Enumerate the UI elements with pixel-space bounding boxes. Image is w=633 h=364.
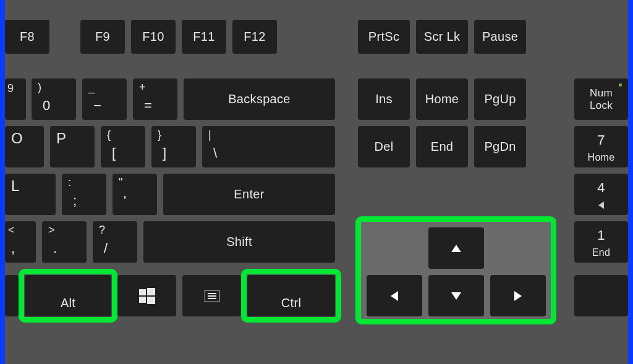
key-label: ; — [73, 193, 77, 209]
arrow-up-icon — [451, 245, 461, 252]
numpad-1-key[interactable]: 1 End — [574, 221, 628, 263]
numlock-indicator-icon — [619, 83, 622, 87]
lbracket-key[interactable]: { [ — [101, 126, 145, 167]
key-label-sup: } — [158, 129, 161, 142]
nine-key[interactable]: 9 — [5, 78, 26, 120]
unknown-left-key[interactable] — [5, 275, 19, 316]
minus-key[interactable]: _ − — [82, 78, 127, 120]
slash-key[interactable]: ? / — [93, 221, 137, 263]
key-label: L — [11, 177, 20, 195]
key-sublabel: Home — [574, 152, 628, 163]
alt-key[interactable]: Alt — [25, 275, 111, 316]
arrow-left-icon — [391, 291, 398, 301]
prtsc-key[interactable]: PrtSc — [358, 20, 410, 54]
key-label: 1 — [574, 227, 628, 243]
delete-key[interactable]: Del — [358, 126, 410, 167]
key-label-sup: { — [107, 129, 111, 142]
key-label-sup: + — [139, 81, 146, 94]
key-label: \ — [213, 145, 217, 161]
o-key[interactable]: O — [5, 126, 44, 167]
pgup-key[interactable]: PgUp — [474, 78, 526, 120]
l-key[interactable]: L — [5, 174, 56, 215]
zero-key[interactable]: ) 0 — [32, 78, 76, 120]
equals-key[interactable]: + = — [133, 78, 177, 120]
arrow-right-icon — [514, 291, 522, 301]
f11-key[interactable]: F11 — [182, 20, 226, 54]
pgdn-key[interactable]: PgDn — [474, 126, 526, 167]
svg-rect-2 — [139, 297, 146, 303]
key-label: / — [104, 240, 108, 256]
key-label: O — [11, 130, 23, 147]
shift-key[interactable]: Shift — [143, 221, 335, 263]
key-label-sup: < — [8, 224, 15, 237]
key-label-sup: > — [48, 224, 55, 237]
quote-key[interactable]: " ' — [113, 174, 157, 215]
key-label: P — [56, 130, 66, 147]
home-key[interactable]: Home — [416, 78, 468, 120]
menu-icon — [205, 290, 219, 302]
ctrl-key[interactable]: Ctrl — [247, 275, 335, 316]
key-label: 0 — [43, 98, 51, 114]
f9-key[interactable]: F9 — [80, 20, 125, 54]
key-label-sup: _ — [88, 81, 95, 94]
p-key[interactable]: P — [50, 126, 95, 167]
arrow-down-key[interactable] — [428, 275, 484, 316]
key-label: 9 — [7, 82, 14, 95]
numpad-7-key[interactable]: 7 Home — [574, 126, 628, 167]
key-label-sup: ? — [99, 224, 105, 237]
key-label: ] — [163, 145, 166, 161]
key-label-sup: | — [208, 129, 211, 142]
key-label-sup: " — [119, 176, 123, 189]
pause-key[interactable]: Pause — [474, 20, 526, 54]
numpad-4-key[interactable]: 4 — [574, 174, 628, 215]
key-label: 7 — [574, 132, 628, 148]
rbracket-key[interactable]: } ] — [151, 126, 196, 167]
key-label: Num Lock — [590, 87, 613, 111]
f10-key[interactable]: F10 — [131, 20, 176, 54]
arrow-down-icon — [451, 292, 461, 300]
f12-key[interactable]: F12 — [232, 20, 277, 54]
key-label: [ — [112, 145, 116, 161]
windows-key[interactable] — [117, 275, 176, 316]
insert-key[interactable]: Ins — [358, 78, 410, 120]
key-label: = — [144, 98, 152, 114]
key-label-sup: : — [68, 176, 71, 189]
numpad-0-key[interactable] — [574, 275, 628, 316]
end-key[interactable]: End — [416, 126, 468, 167]
scrlk-key[interactable]: Scr Lk — [416, 20, 468, 54]
arrow-left-key[interactable] — [367, 275, 422, 316]
menu-key[interactable] — [182, 275, 241, 316]
arrow-right-key[interactable] — [490, 275, 546, 316]
svg-rect-1 — [147, 288, 155, 295]
key-label: , — [11, 240, 15, 256]
triangle-left-icon — [598, 201, 604, 209]
key-label-sup: ) — [38, 81, 41, 94]
semicolon-key[interactable]: : ; — [62, 174, 106, 215]
windows-icon — [139, 288, 155, 304]
numlock-key[interactable]: Num Lock — [574, 78, 628, 120]
key-label: ' — [124, 193, 127, 209]
period-key[interactable]: > . — [42, 221, 87, 263]
svg-rect-0 — [139, 289, 146, 295]
key-label: 4 — [574, 180, 628, 196]
backslash-key[interactable]: | \ — [202, 126, 335, 167]
svg-rect-3 — [147, 297, 155, 304]
enter-key[interactable]: Enter — [163, 174, 335, 215]
backspace-key[interactable]: Backspace — [184, 78, 335, 120]
key-sublabel: End — [574, 247, 628, 258]
comma-key[interactable]: < , — [5, 221, 36, 263]
f8-key[interactable]: F8 — [5, 20, 49, 54]
key-label: . — [53, 240, 57, 256]
arrow-up-key[interactable] — [428, 227, 484, 269]
key-label: − — [93, 98, 101, 114]
